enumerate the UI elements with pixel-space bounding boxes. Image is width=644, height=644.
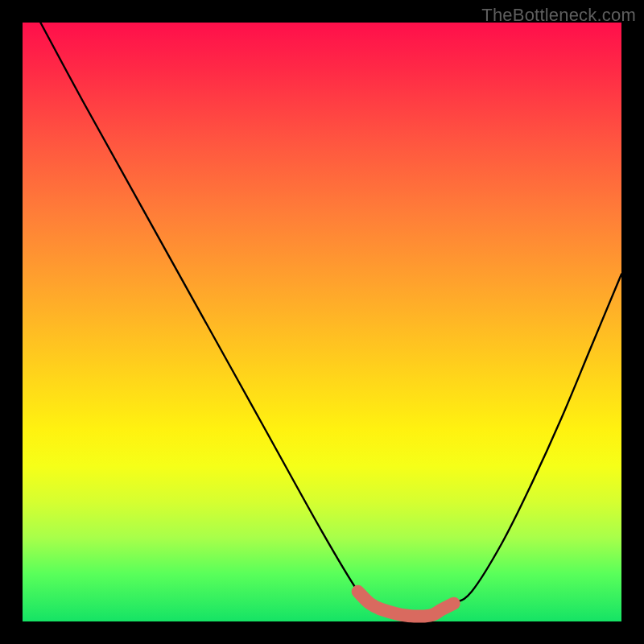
watermark-text: TheBottleneck.com bbox=[481, 5, 636, 26]
minimum-plateau bbox=[358, 592, 454, 617]
chart-overlay bbox=[23, 23, 621, 621]
chart-canvas: TheBottleneck.com bbox=[0, 0, 644, 644]
plot-area bbox=[23, 23, 621, 621]
bottleneck-curve bbox=[40, 23, 621, 617]
